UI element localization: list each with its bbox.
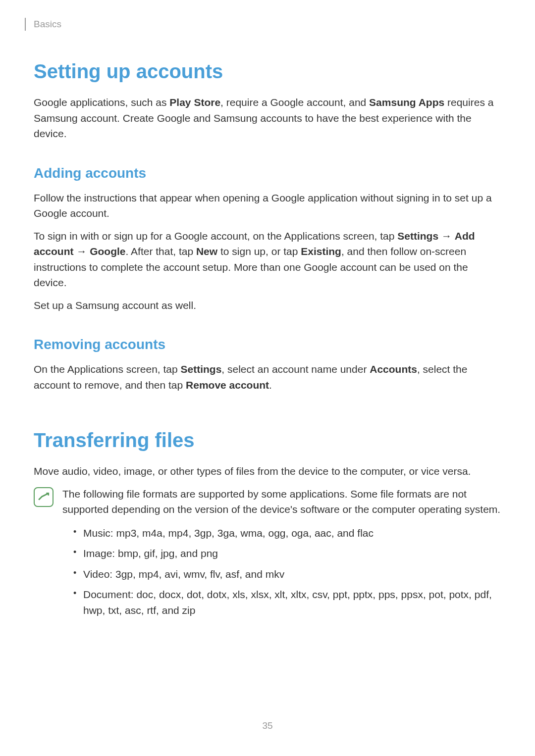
note-content: The following file formats are supported… bbox=[62, 486, 501, 623]
list-item: Document: doc, docx, dot, dotx, xls, xls… bbox=[73, 587, 501, 618]
transferring-files-p1: Move audio, video, image, or other types… bbox=[34, 463, 501, 479]
intro-paragraph: Google applications, such as Play Store,… bbox=[34, 95, 501, 142]
note-icon bbox=[34, 487, 54, 507]
note-paragraph: The following file formats are supported… bbox=[62, 486, 501, 517]
adding-accounts-p2: To sign in with or sign up for a Google … bbox=[34, 228, 501, 291]
heading-removing-accounts: Removing accounts bbox=[34, 337, 501, 353]
breadcrumb: Basics bbox=[34, 19, 61, 30]
heading-adding-accounts: Adding accounts bbox=[34, 165, 501, 181]
page-number: 35 bbox=[262, 720, 272, 731]
list-item: Video: 3gp, mp4, avi, wmv, flv, asf, and… bbox=[73, 566, 501, 582]
removing-accounts-p1: On the Applications screen, tap Settings… bbox=[34, 361, 501, 393]
note-block: The following file formats are supported… bbox=[34, 486, 501, 623]
header-divider bbox=[25, 18, 26, 31]
list-item: Image: bmp, gif, jpg, and png bbox=[73, 546, 501, 561]
file-formats-list: Music: mp3, m4a, mp4, 3gp, 3ga, wma, ogg… bbox=[62, 525, 501, 618]
heading-setting-up-accounts: Setting up accounts bbox=[34, 60, 501, 83]
heading-transferring-files: Transferring files bbox=[34, 429, 501, 452]
adding-accounts-p1: Follow the instructions that appear when… bbox=[34, 190, 501, 221]
adding-accounts-p3: Set up a Samsung account as well. bbox=[34, 298, 501, 313]
list-item: Music: mp3, m4a, mp4, 3gp, 3ga, wma, ogg… bbox=[73, 525, 501, 541]
page-header: Basics bbox=[34, 18, 501, 31]
